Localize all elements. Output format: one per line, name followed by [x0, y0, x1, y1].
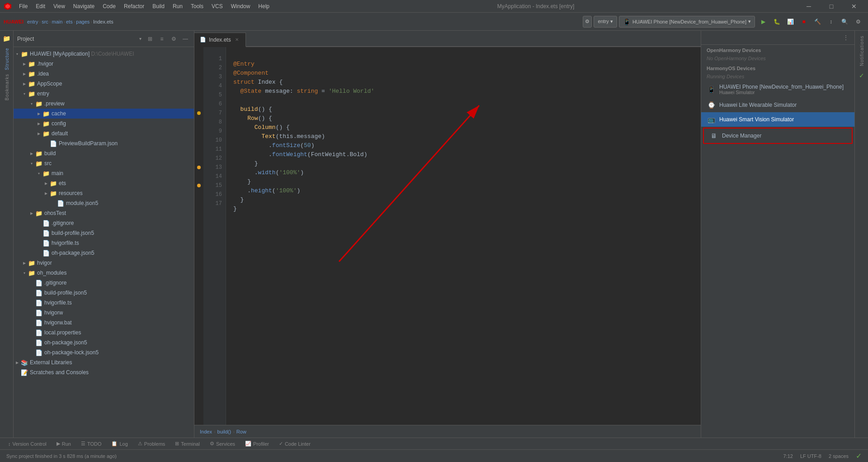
tree-item-appscope[interactable]: ▶ 📁 AppScope [14, 79, 194, 89]
tree-item-preview[interactable]: ▾ 📁 .preview [14, 99, 194, 109]
editor-breadcrumb-build[interactable]: build() [217, 429, 231, 434]
settings2-button[interactable]: ⚙ [852, 15, 864, 28]
notifications-icon[interactable]: Notifications [857, 33, 866, 69]
tree-item-ets[interactable]: ▶ 📁 ets [14, 178, 194, 188]
tree-item-previewbuildparam[interactable]: 📄 PreviewBuildParam.json [14, 138, 194, 148]
menu-code[interactable]: Code [99, 2, 119, 10]
tree-item-ohpackagelock[interactable]: 📄 oh-package-lock.json5 [14, 348, 194, 357]
tree-item-ohpackage2[interactable]: 📄 oh-package.json5 [14, 338, 194, 348]
tree-item-hvigor[interactable]: ▶ 📁 .hvigor [14, 59, 194, 69]
stop-button[interactable]: ■ [797, 15, 810, 28]
tree-item-root[interactable]: ▾ 📁 HUAWEI [MyApplication] D:\Code\HUAWE… [14, 49, 194, 59]
menu-vcs[interactable]: VCS [208, 2, 226, 10]
tree-item-entry[interactable]: ▾ 📁 entry [14, 89, 194, 99]
tab-run[interactable]: ▶ Run [52, 439, 75, 448]
tree-item-resources[interactable]: ▶ 📁 resources [14, 188, 194, 198]
tree-item-ohmodules[interactable]: ▾ 📁 oh_modules [14, 268, 194, 278]
tab-index-ets[interactable]: 📄 Index.ets ✕ [194, 33, 246, 47]
cursor-position[interactable]: 7:12 [780, 452, 795, 460]
tree-item-gitignore[interactable]: 📄 .gitignore [14, 218, 194, 228]
tree-item-hvigorfile[interactable]: 📄 hvigorfile.ts [14, 238, 194, 248]
close-button[interactable]: ✕ [844, 0, 864, 13]
run-button[interactable]: ▶ [757, 15, 769, 28]
menu-tools[interactable]: Tools [187, 2, 207, 10]
menubar: File Edit View Navigate Code Refactor Bu… [0, 0, 868, 13]
tree-item-scratches[interactable]: 📝 Scratches and Consoles [14, 367, 194, 377]
menu-help[interactable]: Help [255, 2, 273, 10]
panel-settings-button[interactable]: ⚙ [169, 34, 179, 44]
breadcrumb-ets[interactable]: ets [66, 19, 73, 24]
code-editor[interactable]: 1 2 3 4 5 6 7 8 9 10 11 12 13 14 15 16 1… [194, 47, 701, 425]
project-icon[interactable]: 📁 [1, 33, 13, 44]
panel-hide-button[interactable]: — [180, 34, 190, 44]
device-item-lite-wearable[interactable]: ⌚ Huawei Lite Wearable Simulator [701, 98, 854, 112]
line-ending[interactable]: LF UTF-8 [797, 452, 824, 460]
device-panel-more[interactable]: ⋮ [841, 33, 851, 43]
tab-todo[interactable]: ☰ TODO [76, 439, 106, 448]
running-devices-subtitle: Running Devices [701, 73, 854, 81]
tab-profiler[interactable]: 📈 Profiler [241, 439, 274, 448]
tree-item-main[interactable]: ▾ 📁 main [14, 168, 194, 178]
tree-item-buildprofile[interactable]: 📄 build-profile.json5 [14, 228, 194, 238]
tree-item-hvigorfile2[interactable]: 📄 hvigorfile.ts [14, 298, 194, 308]
bookmarks-icon[interactable]: Bookmarks [1, 73, 13, 100]
menu-edit[interactable]: Edit [32, 2, 49, 10]
tree-item-ohostest[interactable]: ▶ 📁 ohosTest [14, 208, 194, 218]
device-manager-item[interactable]: 🖥 Device Manager [703, 128, 853, 144]
menu-build[interactable]: Build [149, 2, 168, 10]
tab-services[interactable]: ⚙ Services [205, 439, 240, 448]
breadcrumb-file[interactable]: Index.ets [93, 19, 113, 24]
build-button[interactable]: 🔨 [811, 15, 824, 28]
breadcrumb-main[interactable]: main [52, 19, 62, 24]
tree-item-external[interactable]: ▶ 📚 External Libraries [14, 357, 194, 367]
breadcrumb-src[interactable]: src [42, 19, 48, 24]
entry-selector[interactable]: entry ▾ [594, 16, 617, 28]
maximize-button[interactable]: □ [821, 0, 842, 13]
structure-icon[interactable]: Structure [1, 45, 13, 72]
tab-terminal[interactable]: ⊞ Terminal [170, 439, 204, 448]
minimize-button[interactable]: ─ [798, 0, 819, 13]
tree-item-gitignore2[interactable]: 📄 .gitignore [14, 278, 194, 288]
tab-code-linter[interactable]: ✓ Code Linter [274, 439, 315, 448]
breadcrumb-pages[interactable]: pages [76, 19, 90, 24]
tab-version-control[interactable]: ↕ Version Control [4, 440, 51, 448]
code-content[interactable]: @Entry @Component struct Index { @State … [226, 47, 701, 425]
expand-all-button[interactable]: ⊞ [145, 34, 155, 44]
editor-breadcrumb-row[interactable]: Row [236, 429, 246, 434]
menu-navigate[interactable]: Navigate [70, 2, 98, 10]
indent-setting[interactable]: 2 spaces [826, 452, 851, 460]
tab-log[interactable]: 📋 Log [107, 439, 132, 448]
device-item-huawei-phone[interactable]: 📱 HUAWEI Phone [NewDevice_from_Huawei_Ph… [701, 81, 854, 98]
tree-item-hvigorwbat[interactable]: 📄 hvigorw.bat [14, 318, 194, 328]
tree-item-localprops[interactable]: 📄 local.properties [14, 328, 194, 338]
editor-breadcrumb-index[interactable]: Index [200, 429, 212, 434]
collapse-all-button[interactable]: ≡ [157, 34, 167, 44]
tab-problems[interactable]: ⚠ Problems [133, 439, 170, 448]
settings-button[interactable]: ⚙ [583, 16, 592, 28]
sync-button[interactable]: ↕ [825, 15, 837, 28]
tree-item-ohpackage[interactable]: 📄 oh-package.json5 [14, 248, 194, 258]
search-button[interactable]: 🔍 [838, 15, 851, 28]
breadcrumb-entry[interactable]: entry [27, 19, 38, 24]
menu-refactor[interactable]: Refactor [120, 2, 148, 10]
menu-view[interactable]: View [50, 2, 69, 10]
tree-item-build[interactable]: ▶ 📁 build [14, 148, 194, 158]
tree-item-config[interactable]: ▶ 📁 config [14, 119, 194, 129]
device-selector[interactable]: 📱 HUAWEI Phone [NewDevice_from_Huawei_Ph… [619, 16, 755, 28]
tab-close-button[interactable]: ✕ [234, 37, 240, 43]
tree-item-src[interactable]: ▾ 📁 src [14, 158, 194, 168]
menu-file[interactable]: File [15, 2, 31, 10]
tree-item-buildprofile2[interactable]: 📄 build-profile.json5 [14, 288, 194, 298]
tree-item-idea[interactable]: ▶ 📁 .idea [14, 69, 194, 79]
tree-item-hvigor2[interactable]: ▶ 📁 hvigor [14, 258, 194, 268]
tree-item-modulejson[interactable]: 📄 module.json5 [14, 198, 194, 208]
device-item-smart-vision[interactable]: 📺 Huawei Smart Vision Simulator [701, 112, 854, 127]
tree-item-cache[interactable]: ▶ 📁 cache [14, 109, 194, 119]
check-icon[interactable]: ✓ [856, 70, 868, 81]
tree-item-default[interactable]: ▶ 📁 default [14, 129, 194, 138]
profile-button[interactable]: 📊 [784, 15, 797, 28]
tree-item-hvigorw[interactable]: 📄 hvigorw [14, 308, 194, 318]
debug-button[interactable]: 🐛 [770, 15, 783, 28]
menu-window[interactable]: Window [227, 2, 254, 10]
menu-run[interactable]: Run [169, 2, 186, 10]
